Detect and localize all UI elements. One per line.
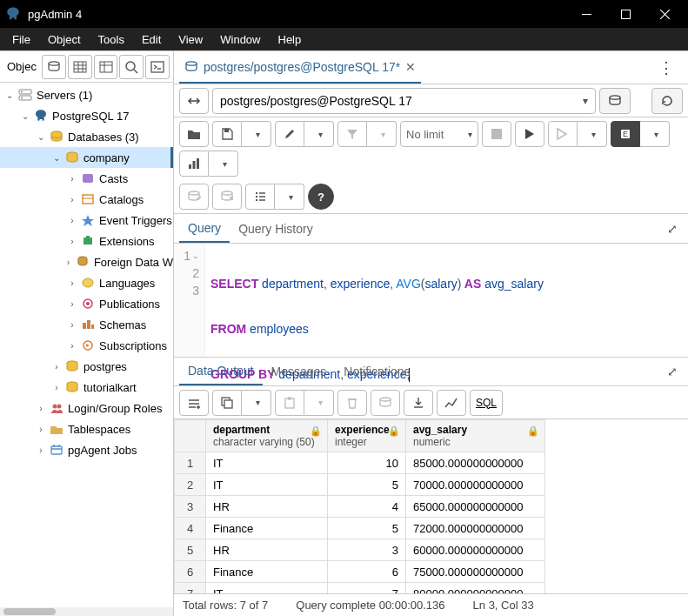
macros-button[interactable] bbox=[245, 184, 275, 210]
row-number[interactable]: 7 bbox=[175, 583, 206, 594]
tree-toggle-icon[interactable]: › bbox=[35, 444, 47, 456]
tree-toggle-icon[interactable]: › bbox=[35, 423, 47, 435]
menu-object[interactable]: Object bbox=[39, 30, 90, 50]
connection-status-button[interactable] bbox=[179, 88, 209, 114]
tree-toggle-icon[interactable]: › bbox=[66, 318, 78, 331]
explain-analyze-menu-button[interactable]: ▾ bbox=[640, 121, 670, 147]
cell[interactable]: IT bbox=[206, 452, 328, 474]
row-number[interactable]: 5 bbox=[175, 539, 206, 561]
table-row[interactable]: 4Finance572000.000000000000 bbox=[175, 518, 545, 539]
table-row[interactable]: 1IT1085000.000000000000 bbox=[175, 452, 545, 474]
close-icon[interactable]: ✕ bbox=[405, 60, 416, 74]
row-number[interactable]: 4 bbox=[175, 518, 206, 539]
explain-analyze-button[interactable]: E bbox=[611, 121, 640, 147]
tree-item[interactable]: ⌄Databases (3) bbox=[0, 126, 173, 147]
tree-item[interactable]: ›Casts bbox=[0, 168, 173, 189]
cell[interactable]: IT bbox=[206, 583, 328, 594]
tree-toggle-icon[interactable]: › bbox=[50, 381, 63, 393]
commit-button[interactable] bbox=[179, 184, 209, 210]
reset-layout-button[interactable] bbox=[651, 88, 683, 114]
macros-menu-button[interactable]: ▾ bbox=[275, 184, 304, 210]
rownum-header[interactable] bbox=[175, 420, 206, 452]
cell[interactable]: 5 bbox=[328, 518, 406, 539]
code-area[interactable]: SELECT department, experience, AVG(salar… bbox=[205, 244, 688, 357]
new-connection-button[interactable] bbox=[599, 88, 631, 114]
table-row[interactable]: 3HR465000.000000000000 bbox=[175, 496, 545, 518]
cell[interactable]: IT bbox=[206, 474, 328, 496]
table-row[interactable]: 2IT570000.000000000000 bbox=[175, 474, 545, 496]
fold-icon[interactable]: ⌄ bbox=[192, 247, 199, 264]
table-row[interactable]: 6Finance675000.000000000000 bbox=[175, 561, 545, 583]
chart-menu-button[interactable]: ▾ bbox=[209, 151, 238, 177]
cell[interactable]: HR bbox=[206, 496, 328, 518]
column-header[interactable]: avg_salarynumeric🔒 bbox=[406, 420, 545, 452]
copy-button[interactable] bbox=[212, 390, 242, 416]
cell[interactable]: 4 bbox=[328, 496, 406, 518]
cell[interactable]: 85000.000000000000 bbox=[406, 452, 545, 474]
add-row-button[interactable] bbox=[179, 390, 209, 416]
tree-item[interactable]: ›Extensions bbox=[0, 231, 173, 251]
table-view-button[interactable] bbox=[68, 55, 92, 79]
copy-menu-button[interactable]: ▾ bbox=[242, 390, 271, 416]
cell[interactable]: HR bbox=[206, 539, 328, 561]
tree-toggle-icon[interactable]: › bbox=[50, 360, 63, 372]
close-button[interactable] bbox=[645, 0, 685, 28]
minimize-button[interactable] bbox=[567, 0, 606, 28]
menu-window[interactable]: Window bbox=[211, 30, 269, 50]
tree-item[interactable]: ›tutorialkart bbox=[0, 377, 173, 398]
tree-item[interactable]: ›Languages bbox=[0, 272, 173, 293]
tree-toggle-icon[interactable]: › bbox=[66, 235, 78, 247]
tree-toggle-icon[interactable]: ⌄ bbox=[3, 89, 16, 101]
tree-toggle-icon[interactable]: ⌄ bbox=[35, 131, 47, 143]
filter-button[interactable] bbox=[337, 121, 367, 147]
explain-button[interactable] bbox=[548, 121, 578, 147]
chart-button[interactable] bbox=[179, 151, 209, 177]
save-menu-button[interactable]: ▾ bbox=[242, 121, 271, 147]
tree-item[interactable]: ⌄company bbox=[0, 147, 173, 168]
object-tree[interactable]: ⌄Servers (1)⌄PostgreSQL 17⌄Databases (3)… bbox=[0, 83, 173, 607]
menu-edit[interactable]: Edit bbox=[133, 30, 170, 50]
tab-query[interactable]: Query bbox=[179, 214, 230, 243]
tree-toggle-icon[interactable]: › bbox=[63, 256, 74, 268]
column-header[interactable]: departmentcharacter varying (50)🔒 bbox=[206, 420, 328, 452]
cell[interactable]: 10 bbox=[328, 452, 406, 474]
rollback-button[interactable] bbox=[212, 184, 242, 210]
row-number[interactable]: 1 bbox=[175, 452, 206, 474]
maximize-button[interactable] bbox=[606, 0, 645, 28]
tree-toggle-icon[interactable]: › bbox=[66, 193, 78, 205]
result-grid[interactable]: departmentcharacter varying (50)🔒experie… bbox=[174, 419, 688, 593]
tree-scrollbar[interactable] bbox=[0, 607, 173, 616]
cell[interactable]: 65000.000000000000 bbox=[406, 496, 545, 518]
column-header[interactable]: experienceinteger🔒 bbox=[328, 420, 406, 452]
expand-output-button[interactable]: ⤢ bbox=[662, 365, 683, 378]
cell[interactable]: 72000.000000000000 bbox=[406, 518, 545, 539]
menu-help[interactable]: Help bbox=[270, 30, 311, 50]
cell[interactable]: 5 bbox=[328, 474, 406, 496]
tree-item[interactable]: ›Catalogs bbox=[0, 189, 173, 210]
tree-item[interactable]: ⌄PostgreSQL 17 bbox=[0, 105, 173, 126]
tree-toggle-icon[interactable]: › bbox=[66, 298, 78, 310]
row-number[interactable]: 3 bbox=[175, 496, 206, 518]
tree-item[interactable]: ›Foreign Data W bbox=[0, 251, 173, 272]
menu-file[interactable]: File bbox=[3, 30, 39, 50]
tree-item[interactable]: ›Login/Group Roles bbox=[0, 398, 173, 418]
table-filter-button[interactable] bbox=[94, 55, 118, 79]
tab-messages[interactable]: Messages bbox=[263, 358, 336, 385]
cell[interactable]: Finance bbox=[206, 561, 328, 583]
tree-toggle-icon[interactable]: › bbox=[66, 172, 78, 184]
cell[interactable]: 7 bbox=[328, 583, 406, 594]
menu-tools[interactable]: Tools bbox=[90, 30, 133, 50]
menu-view[interactable]: View bbox=[170, 30, 211, 50]
terminal-button[interactable] bbox=[145, 55, 170, 79]
cell[interactable]: 70000.000000000000 bbox=[406, 474, 545, 496]
tree-toggle-icon[interactable]: › bbox=[66, 277, 78, 289]
tree-toggle-icon[interactable]: › bbox=[66, 339, 78, 352]
graph-button[interactable] bbox=[437, 390, 466, 416]
download-button[interactable] bbox=[404, 390, 433, 416]
connection-select[interactable]: postgres/postgres@PostgreSQL 17 ▾ bbox=[212, 88, 596, 114]
sql-button[interactable]: SQL bbox=[470, 390, 503, 416]
tree-item[interactable]: ›postgres bbox=[0, 356, 173, 377]
expand-editor-button[interactable]: ⤢ bbox=[662, 222, 683, 236]
tab-query-history[interactable]: Query History bbox=[230, 214, 322, 243]
query-tool-tab[interactable]: postgres/postgres@PostgreSQL 17* ✕ bbox=[179, 51, 421, 84]
